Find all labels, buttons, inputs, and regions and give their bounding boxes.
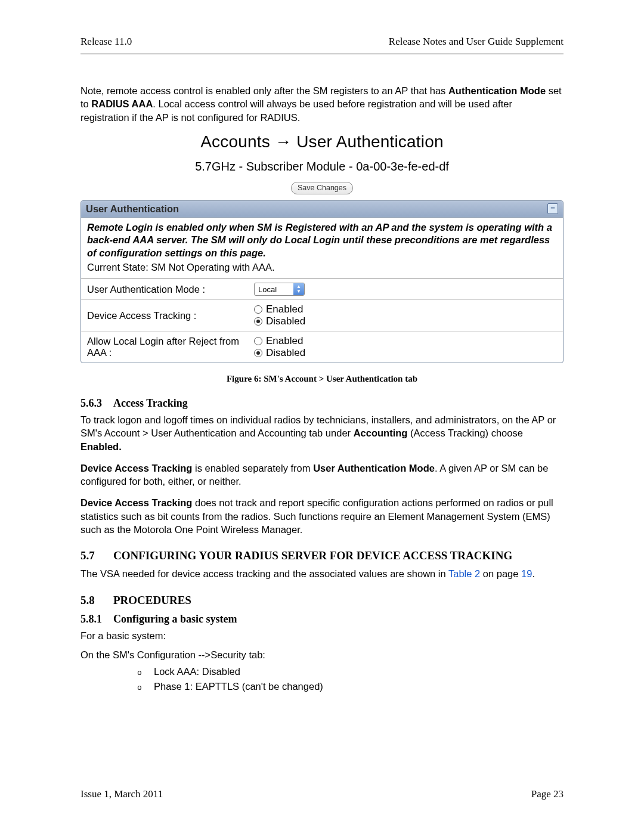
s563-p2: Device Access Tracking is enabled separa… <box>80 462 564 488</box>
local-login-label: Allow Local Login after Reject from AAA … <box>81 332 248 363</box>
heading-5-6-3: 5.6.3Access Tracking <box>80 397 564 410</box>
row-auth-mode: User Authentication Mode : Local ▲▼ <box>81 279 563 300</box>
footer-left: Issue 1, March 2011 <box>80 788 163 800</box>
page-footer: Issue 1, March 2011 Page 23 <box>80 788 564 800</box>
s581-p1: For a basic system: <box>80 629 564 642</box>
s563-p1: To track logon and logoff times on indiv… <box>80 413 564 453</box>
radio-icon <box>254 337 262 345</box>
radio-icon <box>254 349 262 357</box>
device-tracking-label: Device Access Tracking : <box>81 300 248 332</box>
panel-table: User Authentication Mode : Local ▲▼ Devi… <box>81 278 563 363</box>
intro-paragraph: Note, remote access control is enabled o… <box>80 84 564 124</box>
s57-p1: The VSA needed for device access trackin… <box>80 567 564 580</box>
figure-title: Accounts → User Authentication <box>80 132 564 151</box>
heading-5-8: 5.8 PROCEDURES <box>80 594 564 607</box>
auth-mode-select[interactable]: Local ▲▼ <box>254 283 305 296</box>
save-changes-button[interactable]: Save Changes <box>291 182 353 194</box>
link-table-2[interactable]: Table 2 <box>448 568 480 579</box>
radio-icon <box>254 317 262 326</box>
panel-note: Remote Login is enabled only when SM is … <box>81 218 563 262</box>
header-rule <box>80 54 564 54</box>
header-left: Release 11.0 <box>80 36 132 48</box>
device-tracking-enabled[interactable]: Enabled <box>254 304 557 315</box>
s563-p3: Device Access Tracking does not track an… <box>80 496 564 536</box>
s581-bullets: Lock AAA: Disabled Phase 1: EAPTTLS (can… <box>137 666 564 692</box>
page-header: Release 11.0 Release Notes and User Guid… <box>80 36 564 48</box>
user-auth-panel: User Authentication − Remote Login is en… <box>80 200 564 363</box>
s581-p2: On the SM's Configuration -->Security ta… <box>80 648 564 661</box>
list-item: Lock AAA: Disabled <box>137 666 564 677</box>
link-page-19[interactable]: 19 <box>521 568 532 579</box>
collapse-icon[interactable]: − <box>547 203 558 214</box>
footer-right: Page 23 <box>531 788 564 800</box>
radio-icon <box>254 305 262 314</box>
figure-6: Accounts → User Authentication 5.7GHz - … <box>80 132 564 384</box>
auth-mode-label: User Authentication Mode : <box>81 279 248 300</box>
panel-title: User Authentication <box>86 203 179 215</box>
row-local-login: Allow Local Login after Reject from AAA … <box>81 332 563 363</box>
row-device-tracking: Device Access Tracking : Enabled Disable… <box>81 300 563 332</box>
device-tracking-disabled[interactable]: Disabled <box>254 315 557 327</box>
auth-mode-value: Local <box>255 285 293 294</box>
figure-caption: Figure 6: SM's Account > User Authentica… <box>80 374 564 384</box>
list-item: Phase 1: EAPTTLS (can't be changed) <box>137 681 564 692</box>
panel-state: Current State: SM Not Operating with AAA… <box>81 262 563 278</box>
select-arrows-icon: ▲▼ <box>293 283 304 295</box>
heading-5-8-1: 5.8.1Configuring a basic system <box>80 613 564 625</box>
header-right: Release Notes and User Guide Supplement <box>389 36 564 48</box>
panel-header: User Authentication − <box>81 201 563 218</box>
local-login-enabled[interactable]: Enabled <box>254 335 557 347</box>
heading-5-7: 5.7 CONFIGURING YOUR RADIUS SERVER FOR D… <box>80 549 564 562</box>
figure-subtitle: 5.7GHz - Subscriber Module - 0a-00-3e-fe… <box>80 160 564 174</box>
local-login-disabled[interactable]: Disabled <box>254 347 557 359</box>
